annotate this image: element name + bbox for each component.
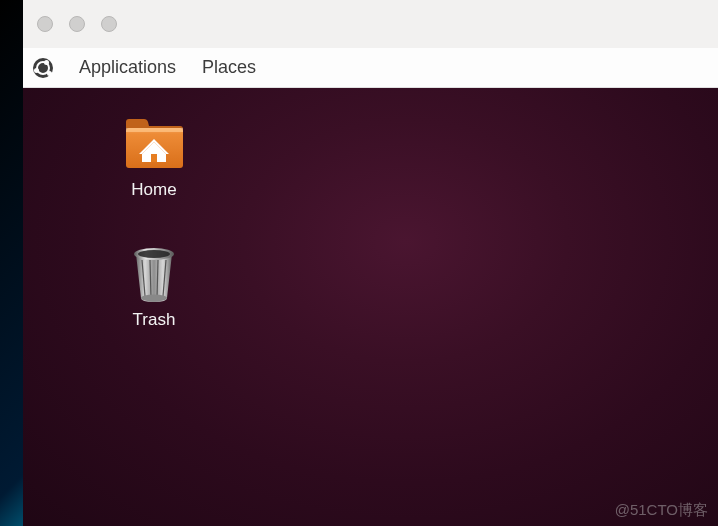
panel-menubar: Applications Places	[23, 48, 718, 88]
desktop-icon-label: Home	[131, 180, 176, 200]
watermark-text: @51CTO博客	[615, 501, 708, 520]
home-folder-icon	[122, 114, 186, 172]
svg-rect-2	[151, 154, 157, 162]
desktop-icon-trash[interactable]: Trash	[109, 244, 199, 330]
window-close-button[interactable]	[37, 16, 53, 32]
svg-point-9	[141, 295, 167, 302]
desktop-icon-label: Trash	[133, 310, 176, 330]
svg-point-4	[138, 250, 170, 258]
menu-applications[interactable]: Applications	[79, 57, 176, 78]
ubuntu-logo-icon[interactable]	[33, 58, 53, 78]
window-titlebar	[23, 0, 718, 48]
svg-rect-1	[126, 128, 183, 132]
desktop-area[interactable]: Home	[23, 88, 718, 526]
window-maximize-button[interactable]	[101, 16, 117, 32]
desktop-icon-home[interactable]: Home	[109, 114, 199, 200]
trash-icon	[122, 244, 186, 302]
menu-places[interactable]: Places	[202, 57, 256, 78]
desktop-window: Applications Places	[23, 0, 718, 526]
window-minimize-button[interactable]	[69, 16, 85, 32]
